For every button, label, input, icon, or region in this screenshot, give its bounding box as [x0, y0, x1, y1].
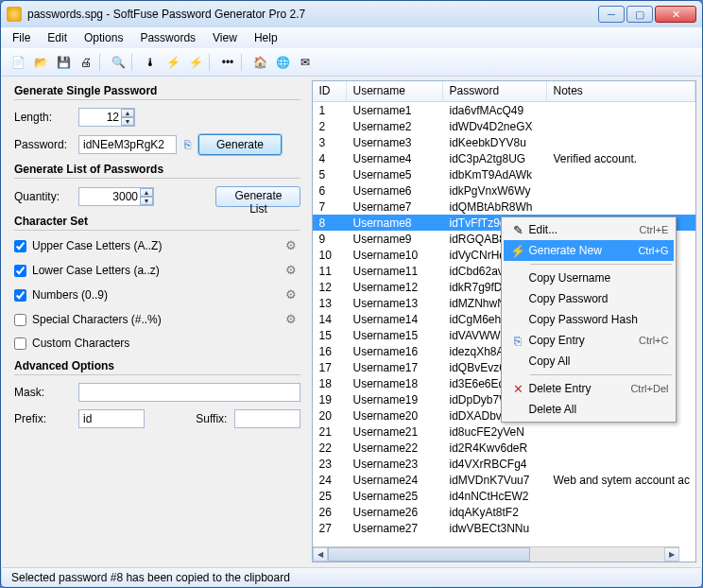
menu-edit[interactable]: Edit: [40, 29, 75, 46]
gear-icon[interactable]: ⚙: [285, 312, 300, 327]
statusbar: Selected password #8 has been copied to …: [2, 567, 701, 586]
special-checkbox[interactable]: [14, 314, 26, 326]
table-row[interactable]: 23Username23id4VXrRBCFg4: [313, 456, 695, 472]
table-row[interactable]: 25Username25id4nNCtHcEW2: [313, 488, 695, 504]
table-row[interactable]: 1Username1ida6vfMAcQ49: [313, 102, 695, 118]
scroll-right-icon[interactable]: ▶: [664, 547, 679, 562]
thermometer-icon[interactable]: 🌡: [141, 53, 160, 72]
ctx-copy-hash[interactable]: Copy Password Hash: [504, 309, 674, 330]
spin-down-icon[interactable]: ▼: [121, 117, 134, 126]
lower-label: Lower Case Letters (a..z): [32, 264, 160, 277]
separator: [99, 54, 105, 71]
col-id[interactable]: ID: [313, 81, 347, 101]
table-row[interactable]: 3Username3idKeebkDYV8u: [313, 134, 695, 150]
open-icon[interactable]: 📂: [31, 53, 50, 72]
scroll-left-icon[interactable]: ◀: [313, 547, 328, 562]
custom-label: Custom Characters: [32, 337, 129, 350]
context-menu: ✎Edit...Ctrl+E ⚡Generate NewCtrl+G Copy …: [501, 216, 677, 423]
menubar: File Edit Options Passwords View Help: [1, 27, 702, 48]
length-label: Length:: [14, 111, 71, 124]
section-advanced: Advanced Options: [14, 359, 300, 372]
search-icon[interactable]: 🔍: [109, 53, 128, 72]
close-button[interactable]: ✕: [655, 6, 696, 23]
separator: [131, 54, 137, 71]
ctx-copy-entry[interactable]: ⎘Copy EntryCtrl+C: [504, 330, 674, 351]
numbers-checkbox[interactable]: [14, 289, 26, 302]
menu-options[interactable]: Options: [77, 29, 130, 46]
ctx-copy-username[interactable]: Copy Username: [504, 268, 674, 288]
table-row[interactable]: 24Username24idMVDnK7Vuu7Web and sytem ac…: [313, 472, 695, 488]
menu-passwords[interactable]: Passwords: [132, 29, 203, 46]
suffix-input[interactable]: [234, 409, 300, 428]
gear-icon[interactable]: ⚙: [285, 263, 300, 278]
prefix-input[interactable]: [78, 409, 145, 428]
bolt-icon[interactable]: ⚡: [163, 53, 182, 72]
mail-icon[interactable]: ✉: [296, 53, 315, 72]
ctx-delete-all[interactable]: Delete All: [504, 399, 674, 420]
col-notes[interactable]: Notes: [547, 81, 695, 101]
bolt-multi-icon[interactable]: ⚡: [186, 53, 205, 72]
new-icon[interactable]: 📄: [9, 53, 27, 72]
copy-icon: ⎘: [507, 334, 528, 348]
titlebar[interactable]: passwords.spg - SoftFuse Password Genera…: [1, 1, 702, 27]
ctx-copy-all[interactable]: Copy All: [504, 351, 674, 372]
table-row[interactable]: 4Username4idC3pA2tg8UGVerified account.: [313, 150, 695, 166]
table-row[interactable]: 27Username27idwVBECt3NNu: [313, 520, 695, 536]
maximize-button[interactable]: ▢: [626, 6, 653, 23]
generate-button[interactable]: Generate: [198, 134, 282, 155]
separator: [530, 264, 672, 265]
table-row[interactable]: 22Username22id2R4Kwv6deR: [313, 440, 695, 456]
divider: [14, 374, 300, 375]
upper-checkbox[interactable]: [14, 240, 26, 252]
spin-down-icon[interactable]: ▼: [140, 197, 153, 205]
horizontal-scrollbar[interactable]: ◀ ▶: [313, 546, 679, 562]
ctx-edit[interactable]: ✎Edit...Ctrl+E: [504, 219, 674, 240]
lower-checkbox[interactable]: [14, 265, 26, 277]
section-list: Generate List of Passwords: [14, 163, 300, 176]
globe-icon[interactable]: 🌐: [273, 53, 292, 72]
print-icon[interactable]: 🖨: [77, 53, 95, 72]
gear-icon[interactable]: ⚙: [285, 287, 300, 303]
bolt-icon: ⚡: [507, 244, 528, 258]
menu-view[interactable]: View: [205, 29, 245, 46]
separator: [530, 374, 672, 375]
table-row[interactable]: 7Username7idQMBtAbR8Wh: [313, 199, 695, 215]
table-row[interactable]: 6Username6idkPgVnxW6Wy: [313, 182, 695, 199]
table-row[interactable]: 26Username26idqAKyAt8tF2: [313, 504, 695, 520]
password-output[interactable]: [78, 135, 177, 154]
minimize-button[interactable]: ─: [598, 6, 625, 23]
mask-icon[interactable]: •••: [218, 53, 237, 72]
delete-icon: ✕: [507, 382, 528, 396]
toolbar: 📄 📂 💾 🖨 🔍 🌡 ⚡ ⚡ ••• 🏠 🌐 ✉: [1, 48, 702, 77]
save-icon[interactable]: 💾: [54, 53, 73, 72]
gear-icon[interactable]: ⚙: [285, 238, 300, 253]
scroll-thumb[interactable]: [328, 547, 529, 562]
col-password[interactable]: Password: [443, 81, 547, 101]
table-row[interactable]: 5Username5idbKmT9AdAWk: [313, 166, 695, 182]
ctx-copy-password[interactable]: Copy Password: [504, 288, 674, 309]
app-icon: [7, 7, 22, 22]
separator: [241, 54, 247, 71]
custom-checkbox[interactable]: [14, 337, 26, 350]
spin-up-icon[interactable]: ▲: [121, 109, 134, 117]
app-window: passwords.spg - SoftFuse Password Genera…: [0, 0, 703, 588]
mask-input[interactable]: [78, 383, 300, 402]
copy-icon[interactable]: ⎘: [184, 138, 191, 151]
table-row[interactable]: 2Username2idWDv4D2neGX: [313, 118, 695, 134]
col-username[interactable]: Username: [347, 81, 443, 101]
divider: [14, 230, 300, 231]
ctx-delete-entry[interactable]: ✕Delete EntryCtrl+Del: [504, 378, 674, 399]
ctx-generate-new[interactable]: ⚡Generate NewCtrl+G: [504, 240, 674, 261]
divider: [14, 178, 300, 179]
special-label: Special Characters (#..%): [32, 313, 162, 326]
menu-help[interactable]: Help: [247, 29, 285, 46]
table-row[interactable]: 21Username21id8ucFE2yVeN: [313, 424, 695, 440]
spin-up-icon[interactable]: ▲: [140, 188, 153, 197]
upper-label: Upper Case Letters (A..Z): [32, 239, 162, 252]
menu-file[interactable]: File: [5, 29, 38, 46]
home-icon[interactable]: 🏠: [250, 53, 269, 72]
generate-list-button[interactable]: Generate List: [215, 186, 300, 207]
quantity-label: Quantity:: [14, 190, 71, 203]
window-title: passwords.spg - SoftFuse Password Genera…: [27, 8, 598, 21]
section-single: Generate Single Password: [14, 84, 300, 97]
